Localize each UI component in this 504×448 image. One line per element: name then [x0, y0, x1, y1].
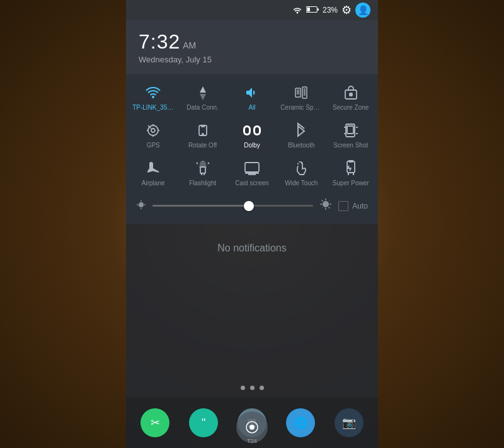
cast-label: Cast screen: [235, 180, 268, 187]
svg-point-15: [151, 129, 155, 132]
svg-rect-26: [347, 126, 353, 134]
svg-rect-37: [245, 163, 259, 172]
qs-tile-screenshot[interactable]: Screen Shot: [329, 117, 372, 152]
qs-tile-flashlight[interactable]: Flashlight: [181, 155, 224, 190]
dolby-label: Dolby: [244, 142, 260, 149]
qs-tile-dolby[interactable]: Dolby: [231, 117, 273, 152]
svg-line-53: [329, 207, 330, 209]
dock-icon-quotes[interactable]: ": [189, 408, 218, 437]
time-section: 7:32 AM Wednesday, July 15: [126, 20, 378, 74]
brightness-slider[interactable]: [152, 205, 313, 207]
dock-icon-browser[interactable]: 🌐: [286, 408, 315, 437]
svg-rect-5: [297, 89, 299, 95]
notification-panel: 7:32 AM Wednesday, July 15: [126, 20, 378, 224]
svg-rect-31: [200, 167, 205, 173]
audio-label: Ceramic Spe...: [280, 104, 322, 111]
brightness-thumb[interactable]: [244, 201, 254, 211]
rotate-icon: [196, 122, 210, 139]
data-conn-icon: [196, 84, 210, 101]
svg-line-17: [155, 125, 158, 129]
qs-tile-superpower[interactable]: Super Power: [329, 155, 372, 190]
page-dots: [241, 378, 264, 398]
secure-icon: [344, 84, 358, 101]
svg-rect-1: [318, 8, 319, 11]
airplane-label: Airplane: [142, 180, 165, 187]
svg-rect-41: [349, 160, 353, 162]
screenshot-icon: [344, 122, 358, 139]
svg-point-47: [323, 201, 329, 207]
rotate-label: Rotate Off: [188, 142, 217, 149]
brightness-low-icon: [136, 200, 146, 212]
svg-rect-23: [245, 127, 249, 134]
sound-icon: [244, 84, 260, 101]
svg-line-52: [322, 200, 323, 202]
svg-line-34: [197, 163, 198, 164]
quick-settings: TP-LINK_35D... Data Conn.: [126, 74, 378, 224]
qs-tile-data[interactable]: Data Conn.: [181, 79, 224, 115]
qs-tile-audio[interactable]: Ceramic Spe...: [280, 79, 323, 115]
settings-icon[interactable]: ⚙: [341, 3, 352, 17]
data-label: Data Conn.: [186, 104, 219, 111]
audio-icon: [294, 84, 309, 101]
superpower-icon: [345, 160, 357, 176]
status-icons: 23% ⚙ 👤: [292, 3, 370, 18]
wifi-label: TP-LINK_35D...: [132, 104, 174, 111]
bluetooth-label: Bluetooth: [288, 142, 314, 149]
qs-tile-secure[interactable]: Secure Zone: [329, 79, 372, 115]
touch-label: Wide Touch: [285, 180, 318, 187]
page-dot-1: [241, 386, 245, 390]
dock-icon-camera[interactable]: 📷: [335, 408, 364, 437]
svg-line-54: [329, 200, 330, 202]
qs-tile-gps[interactable]: GPS: [132, 117, 175, 152]
sound-label: All: [248, 104, 255, 111]
notifications-area: No notifications: [126, 224, 378, 398]
user-icon[interactable]: 👤: [355, 3, 370, 18]
brightness-high-icon: [319, 198, 332, 214]
svg-line-55: [322, 207, 323, 209]
svg-rect-2: [307, 7, 310, 11]
auto-brightness-container[interactable]: Auto: [338, 201, 368, 211]
date-display: Wednesday, July 15: [139, 55, 368, 64]
time-ampm: AM: [183, 40, 196, 50]
qs-tile-touch[interactable]: Wide Touch: [280, 155, 323, 190]
gps-icon: [146, 122, 160, 139]
qs-tile-bluetooth[interactable]: Bluetooth: [280, 117, 323, 152]
cast-icon: [244, 160, 260, 176]
svg-rect-9: [350, 93, 352, 96]
svg-point-19: [202, 134, 203, 135]
gps-label: GPS: [147, 142, 160, 149]
qs-tile-wifi[interactable]: TP-LINK_35D...: [132, 79, 175, 115]
bottom-dock: ✂ " ⊞ 🌐 📷 T24: [126, 398, 378, 448]
qs-row-2: GPS Rotate Off: [129, 117, 375, 152]
svg-point-42: [139, 202, 144, 207]
brightness-fill: [152, 205, 249, 207]
auto-checkbox[interactable]: [338, 201, 348, 211]
touch-icon: [294, 160, 308, 176]
screenshot-label: Screen Shot: [333, 142, 368, 149]
svg-point-57: [249, 425, 255, 430]
svg-rect-24: [255, 127, 259, 134]
brightness-row: Auto: [129, 193, 375, 219]
wifi-icon: [146, 84, 161, 101]
airplane-icon: [146, 160, 161, 176]
wifi-status-icon: [292, 5, 302, 16]
bluetooth-icon: [295, 122, 307, 139]
time-display: 7:32 AM: [139, 30, 368, 54]
qs-tile-cast[interactable]: Cast screen: [231, 155, 273, 190]
dock-icon-scissors[interactable]: ✂: [140, 408, 169, 437]
svg-line-35: [208, 163, 209, 164]
flashlight-label: Flashlight: [189, 180, 216, 187]
phone-frame: 23% ⚙ 👤 7:32 AM Wednesday, July 15: [126, 0, 378, 448]
qs-tile-sound[interactable]: All: [231, 79, 273, 115]
flashlight-icon: [196, 160, 210, 176]
qs-row-3: Airplane Flashligh: [129, 155, 375, 190]
time-value: 7:32: [139, 30, 180, 54]
auto-label-text: Auto: [352, 202, 368, 210]
battery-percent: 23%: [323, 6, 338, 14]
qs-tile-airplane[interactable]: Airplane: [132, 155, 175, 190]
qs-tile-rotate[interactable]: Rotate Off: [181, 117, 224, 152]
page-dot-3: [260, 386, 264, 390]
no-notifications-text: No notifications: [217, 243, 286, 254]
dolby-icon: [243, 122, 261, 139]
battery-icon: [306, 6, 319, 15]
